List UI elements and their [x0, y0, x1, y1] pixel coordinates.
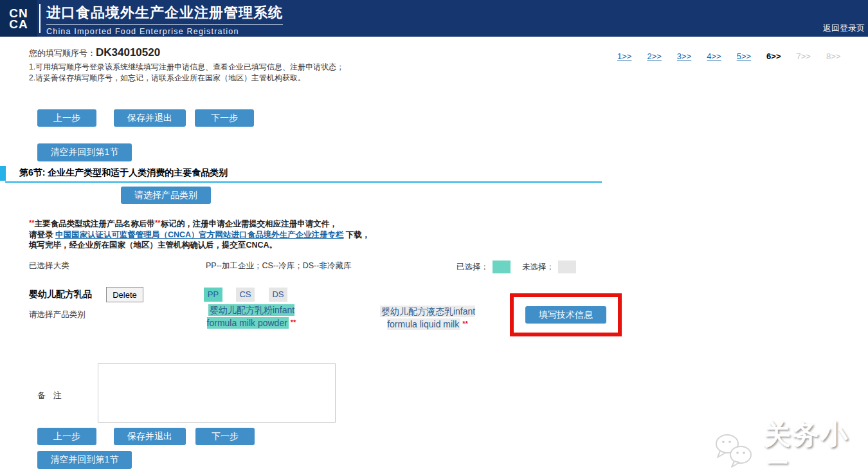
cnca-logo: CN CA [0, 0, 37, 37]
select-product-type-label: 请选择产品类别 [29, 309, 86, 320]
star-mark: ** [29, 219, 35, 226]
remarks-label: 备 注 [37, 390, 64, 401]
header-divider [39, 4, 41, 33]
star-mark: ** [462, 320, 468, 327]
logo-text-top: CN [9, 8, 28, 19]
sequence-label: 您的填写顺序号： [29, 48, 96, 58]
wechat-icon [712, 433, 759, 473]
legend-unselected-swatch [558, 261, 576, 273]
color-legend: 已选择： 未选择： [457, 261, 576, 273]
sequence-number: DK34010520 [96, 46, 160, 59]
step-current-6: 6>> [766, 51, 781, 61]
star-mark: ** [155, 219, 161, 226]
remarks-textarea[interactable] [98, 363, 336, 423]
sequence-note-1: 1.可用填写顺序号登录该系统继续填写注册申请信息、查看企业已填写信息、注册申请状… [29, 62, 344, 73]
app-header: CN CA 进口食品境外生产企业注册管理系统 China Imported Fo… [0, 0, 868, 37]
notice-line-3: 填写完毕，经企业所在国家（地区）主管机构确认后，提交至CNCA。 [29, 240, 370, 251]
logo-text-bottom: CA [9, 19, 28, 30]
facility-tag-cs[interactable]: CS [236, 288, 255, 302]
save-exit-button-top[interactable]: 保存并退出 [114, 109, 186, 127]
section-accent-bar [0, 166, 6, 181]
watermark-text: 关务小二 [764, 417, 868, 476]
section-underline [5, 181, 602, 183]
header-titles: 进口食品境外生产企业注册管理系统 China Imported Food Ent… [46, 3, 283, 36]
sequence-info: 您的填写顺序号：DK34010520 1.可用填写顺序号登录该系统继续填写注册申… [29, 46, 344, 84]
facility-types-legend: PP--加工企业；CS--冷库；DS--非冷藏库 [206, 261, 351, 271]
fill-technical-info-button[interactable]: 填写技术信息 [525, 306, 606, 324]
app-subtitle: China Imported Food Enterprise Registrat… [46, 27, 283, 36]
cnca-website-link[interactable]: 中国国家认证认可监督管理局（CNCA）官方网站进口食品境外生产企业注册专栏 [55, 230, 344, 239]
back-to-login-link[interactable]: 返回登录页 [823, 23, 865, 34]
select-product-category-button[interactable]: 请选择产品类别 [121, 187, 211, 204]
notice-line-2: 请登录 中国国家认证认可监督管理局（CNCA）官方网站进口食品境外生产企业注册专… [29, 230, 370, 241]
legend-selected-label: 已选择： [457, 262, 489, 273]
step-link-4[interactable]: 4>> [707, 51, 721, 61]
step-navigation: 1>> 2>> 3>> 4>> 5>> 6>> 7>> 8>> [617, 51, 840, 61]
facility-tag-ds[interactable]: DS [269, 288, 287, 302]
save-exit-button-bottom[interactable]: 保存并退出 [114, 428, 186, 445]
step-link-3[interactable]: 3>> [677, 51, 691, 61]
sequence-note-2: 2.请妥善保存填写顺序号，如忘记，请联系企业所在国家（地区）主管机构获取。 [29, 73, 344, 84]
step-link-2[interactable]: 2>> [647, 51, 661, 61]
step-disabled-7: 7>> [797, 51, 811, 61]
section-title: 第6节: 企业生产类型和适于人类消费的主要食品类别 [19, 167, 228, 179]
notice-text: **主要食品类型或注册产品名称后带**标记的，注册申请企业需提交相应注册申请文件… [29, 217, 370, 251]
app-title: 进口食品境外生产企业注册管理系统 [46, 3, 283, 25]
product-item-milk-powder[interactable]: 婴幼儿配方乳粉infant formula milk powder** [198, 304, 305, 329]
notice-line-1: **主要食品类型或注册产品名称后带**标记的，注册申请企业需提交相应注册申请文件… [29, 217, 370, 230]
prev-step-button-bottom[interactable]: 上一步 [37, 428, 96, 445]
next-step-button-top[interactable]: 下一步 [195, 109, 254, 127]
prev-step-button-top[interactable]: 上一步 [37, 109, 96, 127]
selected-category-label: 已选择大类 [29, 261, 69, 271]
legend-selected-swatch [493, 261, 511, 273]
product-item-liquid-milk[interactable]: 婴幼儿配方液态乳infant formula liquid milk** [370, 306, 485, 331]
delete-button[interactable]: Delete [106, 287, 143, 302]
star-mark: ** [291, 318, 296, 326]
clear-restart-button-top[interactable]: 清空并回到第1节 [37, 143, 132, 161]
sequence-line: 您的填写顺序号：DK34010520 [29, 46, 344, 59]
step-link-1[interactable]: 1>> [617, 51, 631, 61]
legend-unselected-label: 未选择： [522, 262, 554, 273]
step-disabled-8: 8>> [826, 51, 840, 61]
next-step-button-bottom[interactable]: 下一步 [195, 428, 255, 445]
page: CN CA 进口食品境外生产企业注册管理系统 China Imported Fo… [0, 0, 868, 476]
facility-tag-pp[interactable]: PP [204, 288, 222, 302]
clear-restart-button-bottom[interactable]: 清空并回到第1节 [37, 451, 132, 469]
step-link-5[interactable]: 5>> [737, 51, 751, 61]
product-category-name: 婴幼儿配方乳品 [29, 289, 92, 300]
red-highlight-annotation: 填写技术信息 [510, 293, 622, 336]
watermark: 关务小二 [712, 417, 868, 476]
